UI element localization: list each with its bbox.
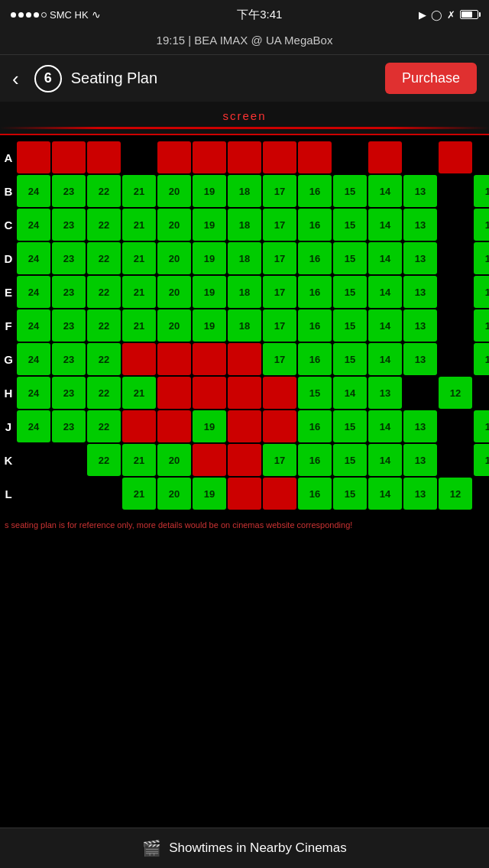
seat[interactable]: 12: [474, 276, 489, 308]
seat[interactable]: 19: [193, 209, 226, 241]
seat[interactable]: 21: [122, 309, 156, 342]
seat[interactable]: 14: [368, 309, 402, 342]
seat[interactable]: 16: [298, 276, 332, 308]
seat[interactable]: 22: [87, 410, 121, 442]
seat[interactable]: 17: [263, 444, 296, 476]
seat[interactable]: 17: [263, 175, 296, 207]
seat[interactable]: 24: [17, 410, 50, 442]
seat[interactable]: 20: [157, 309, 191, 342]
seat[interactable]: 19: [193, 309, 226, 342]
seat[interactable]: 12: [439, 377, 472, 409]
seat[interactable]: 16: [298, 209, 332, 241]
seat[interactable]: 19: [193, 242, 226, 274]
seat[interactable]: 24: [17, 377, 50, 409]
seat[interactable]: 14: [368, 175, 402, 207]
seat[interactable]: 15: [333, 276, 367, 308]
seat[interactable]: 16: [298, 478, 332, 510]
seat[interactable]: 22: [87, 377, 121, 409]
seat[interactable]: 12: [474, 175, 489, 207]
seat[interactable]: 17: [263, 343, 296, 375]
back-button[interactable]: ‹: [12, 66, 25, 92]
seat[interactable]: 20: [157, 444, 191, 476]
seat[interactable]: 14: [368, 276, 402, 308]
seat[interactable]: 18: [228, 242, 261, 274]
seat[interactable]: 12: [474, 209, 489, 241]
seat[interactable]: 17: [263, 309, 296, 342]
seat[interactable]: 16: [298, 444, 332, 476]
seat[interactable]: 23: [52, 175, 86, 207]
seat[interactable]: 19: [193, 175, 226, 207]
seat[interactable]: 23: [52, 343, 86, 375]
seat[interactable]: 15: [333, 444, 367, 476]
seat[interactable]: 13: [403, 242, 437, 274]
seat[interactable]: 14: [333, 377, 367, 409]
seat[interactable]: 15: [333, 175, 367, 207]
seat[interactable]: 15: [333, 209, 367, 241]
seat[interactable]: 13: [403, 175, 437, 207]
seat[interactable]: 17: [263, 242, 296, 274]
purchase-button[interactable]: Purchase: [385, 63, 477, 94]
seat[interactable]: 13: [403, 478, 437, 510]
seat[interactable]: 18: [228, 175, 261, 207]
seat[interactable]: 15: [333, 478, 367, 510]
seat[interactable]: 22: [87, 343, 121, 375]
seat[interactable]: 18: [228, 309, 261, 342]
seat[interactable]: 12: [474, 343, 489, 375]
seat[interactable]: 20: [157, 242, 191, 274]
seat[interactable]: 16: [298, 175, 332, 207]
seat[interactable]: 13: [403, 410, 437, 442]
seat[interactable]: 12: [474, 309, 489, 342]
seat[interactable]: 19: [193, 410, 226, 442]
seat[interactable]: 22: [87, 309, 121, 342]
seat[interactable]: 21: [122, 209, 156, 241]
seat[interactable]: 13: [403, 209, 437, 241]
seat[interactable]: 17: [263, 209, 296, 241]
seat[interactable]: 23: [52, 276, 86, 308]
seat[interactable]: 20: [157, 478, 191, 510]
seat[interactable]: 24: [17, 242, 50, 274]
seat[interactable]: 15: [333, 309, 367, 342]
seat[interactable]: 22: [87, 444, 121, 476]
seat[interactable]: 21: [122, 276, 156, 308]
seat[interactable]: 21: [122, 478, 156, 510]
seat[interactable]: 17: [263, 276, 296, 308]
seat[interactable]: 22: [87, 175, 121, 207]
seat[interactable]: 12: [439, 478, 472, 510]
seat[interactable]: 16: [298, 410, 332, 442]
seat[interactable]: 18: [228, 276, 261, 308]
seat[interactable]: 13: [403, 276, 437, 308]
seat[interactable]: 22: [87, 209, 121, 241]
seat[interactable]: 23: [52, 377, 86, 409]
seat[interactable]: 12: [474, 410, 489, 442]
seat[interactable]: 15: [333, 242, 367, 274]
seat[interactable]: 21: [122, 377, 156, 409]
seat[interactable]: 23: [52, 209, 86, 241]
seat[interactable]: 15: [333, 343, 367, 375]
seat[interactable]: 16: [298, 242, 332, 274]
seat[interactable]: 16: [298, 309, 332, 342]
seat[interactable]: 15: [333, 410, 367, 442]
seat[interactable]: 13: [368, 377, 402, 409]
seat[interactable]: 12: [474, 444, 489, 476]
seat[interactable]: 20: [157, 209, 191, 241]
seat[interactable]: 14: [368, 478, 402, 510]
seat[interactable]: 20: [157, 175, 191, 207]
seat[interactable]: 18: [228, 209, 261, 241]
seat[interactable]: 24: [17, 276, 50, 308]
seat[interactable]: 13: [403, 343, 437, 375]
seat[interactable]: 22: [87, 276, 121, 308]
seat[interactable]: 13: [403, 309, 437, 342]
seat[interactable]: 14: [368, 444, 402, 476]
seat[interactable]: 23: [52, 309, 86, 342]
seat[interactable]: 20: [157, 276, 191, 308]
seat[interactable]: 15: [298, 377, 332, 409]
seat[interactable]: 12: [474, 242, 489, 274]
seat[interactable]: 22: [87, 242, 121, 274]
seat[interactable]: 21: [122, 175, 156, 207]
seat[interactable]: 21: [122, 444, 156, 476]
seat[interactable]: 23: [52, 242, 86, 274]
seat[interactable]: 24: [17, 343, 50, 375]
seat[interactable]: 24: [17, 209, 50, 241]
seat[interactable]: 24: [17, 175, 50, 207]
seat[interactable]: 14: [368, 209, 402, 241]
